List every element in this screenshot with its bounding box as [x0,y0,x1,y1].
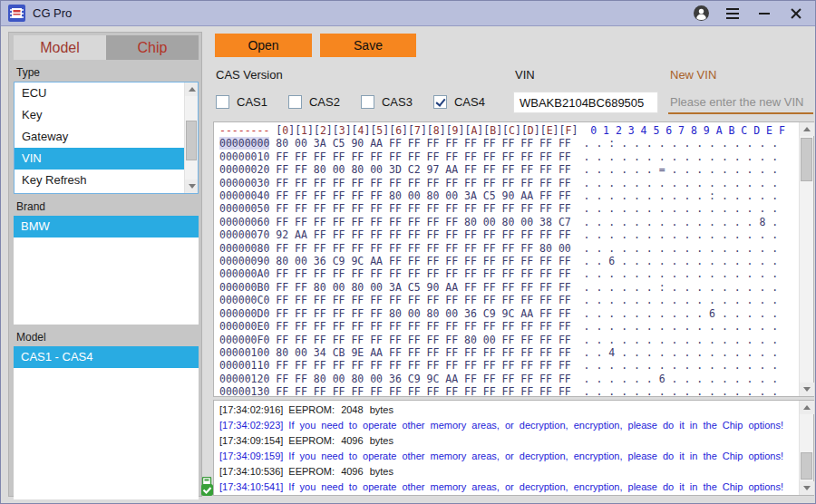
log-line: [17:34:10:536]EEPROM: 4096 bytes [219,464,797,480]
menu-icon[interactable] [724,5,741,22]
list-item-vin[interactable]: VIN [15,148,198,170]
titlebar: CG Pro [1,1,815,26]
scroll-thumb[interactable] [186,121,197,160]
log-line: [17:34:09:159]If you need to operate oth… [219,449,797,464]
checkbox-label: CAS3 [382,95,413,109]
hex-row[interactable]: 000000E0 FF FF FF FF FF FF FF FF FF FF F… [219,320,797,333]
log-message: EEPROM: 4096 bytes [288,435,393,446]
device-connected-icon [200,477,214,496]
new-vin-input[interactable] [668,92,813,114]
save-button[interactable]: Save [320,34,416,57]
titlebar-controls [693,5,808,22]
checkbox-label: CAS1 [237,95,267,109]
checkbox-option-cas4[interactable]: CAS4 [433,95,485,109]
hex-row[interactable]: 00000050 FF FF FF FF FF FF FF FF FF FF F… [219,202,797,215]
vin-label: VIN [515,68,535,82]
list-item-key[interactable]: Key [15,104,198,126]
log-timestamp: [17:34:10:536] [219,466,283,477]
log-line: [17:34:10:541]If you need to operate oth… [219,480,797,494]
hex-row[interactable]: 00000070 92 AA FF FF FF FF FF FF FF FF F… [219,228,797,241]
account-icon[interactable] [693,5,709,22]
new-vin-label: New VIN [670,68,716,82]
hex-row[interactable]: 00000060 FF FF FF FF FF FF FF FF FF FF 8… [219,216,797,228]
list-item-ecu[interactable]: ECU [15,82,198,104]
sidebar-tabs: Model Chip [9,33,201,60]
type-group-label: Type [16,66,201,79]
list-item-key-refresh[interactable]: Key Refresh [15,170,198,191]
scroll-up-icon[interactable] [800,401,814,414]
log-scrollbar[interactable] [799,401,813,495]
scroll-down-icon[interactable] [800,481,814,495]
checkbox-option-cas3[interactable]: CAS3 [361,95,413,109]
log-content: [17:34:02:916]EEPROM: 2048 bytes[17:34:0… [219,402,797,494]
log-timestamp: [17:34:09:154] [219,435,283,446]
log-panel: [17:34:02:916]EEPROM: 2048 bytes[17:34:0… [213,400,814,496]
hex-row[interactable]: 00000110 FF FF FF FF FF FF FF FF FF FF F… [219,359,797,372]
scroll-thumb[interactable] [801,452,812,480]
hex-row[interactable]: 00000040 FF FF FF FF FF FF 80 00 80 00 3… [219,189,797,202]
list-item-gateway[interactable]: Gateway [15,126,198,148]
checkbox-icon[interactable] [361,95,374,109]
checkbox-checked-icon[interactable] [433,95,447,109]
type-listbox: ECUKeyGatewayVINKey Refresh [14,82,199,194]
model-group-label: Model [16,331,201,344]
hex-row[interactable]: 00000090 80 00 36 C9 9C AA FF FF FF FF F… [219,255,797,267]
checkbox-option-cas2[interactable]: CAS2 [288,95,340,109]
close-button[interactable] [788,5,804,22]
vin-input[interactable] [513,92,658,113]
brand-group-label: Brand [16,200,201,213]
open-button[interactable]: Open [215,34,312,57]
checkbox-icon[interactable] [288,95,302,109]
cas-version-label: CAS Version [216,68,283,82]
log-timestamp: [17:34:02:916] [219,404,283,415]
scroll-down-icon[interactable] [185,179,199,193]
scroll-down-icon[interactable] [800,383,814,396]
checkbox-icon[interactable] [216,95,229,109]
list-item-bmw[interactable]: BMW [14,216,199,237]
brand-listbox: BMW [14,216,199,325]
hex-row[interactable]: 000000C0 FF FF FF FF FF FF FF FF FF FF F… [219,294,797,306]
log-timestamp: [17:34:10:541] [219,481,283,492]
log-message: If you need to operate other memory area… [288,451,783,461]
hex-row[interactable]: 000000A0 FF FF FF FF FF FF FF FF FF FF F… [219,267,797,280]
hex-scrollbar[interactable] [799,122,813,396]
hex-row[interactable]: 000000B0 FF FF 80 00 80 00 3A C5 90 AA F… [219,281,797,294]
tab-model[interactable]: Model [14,35,106,60]
log-timestamp: [17:34:09:159] [219,451,283,461]
scroll-up-icon[interactable] [185,82,199,96]
sidebar: Model Chip Type ECUKeyGatewayVINKey Refr… [8,32,202,497]
hex-row[interactable]: 00000080 FF FF FF FF FF FF FF FF FF FF F… [219,242,797,255]
hex-row[interactable]: 00000020 FF FF 80 00 80 00 3D C2 97 AA F… [219,163,797,176]
scroll-up-icon[interactable] [800,122,814,136]
log-message: EEPROM: 4096 bytes [288,466,393,477]
log-message: If you need to operate other memory area… [288,420,783,431]
hex-row[interactable]: 00000100 80 00 34 CB 9E AA FF FF FF FF F… [219,346,797,359]
log-line: [17:34:09:154]EEPROM: 4096 bytes [219,433,797,449]
hex-row[interactable]: 00000120 FF FF 80 00 80 00 36 C9 9C AA F… [219,373,797,385]
cas-options: CAS1CAS2CAS3CAS4 [216,95,485,109]
scroll-thumb[interactable] [801,138,812,181]
log-line: [17:34:02:916]EEPROM: 2048 bytes [219,402,797,418]
checkbox-option-cas1[interactable]: CAS1 [216,95,267,109]
window-title: CG Pro [33,6,72,20]
app-window: CG Pro Model Chip Type [0,0,816,504]
list-item-cas1-cas4[interactable]: CAS1 - CAS4 [14,346,199,368]
checkbox-label: CAS4 [454,95,485,109]
hex-row[interactable]: 00000010 FF FF FF FF FF FF FF FF FF FF F… [219,150,797,163]
hex-header-row: -------- [0][1][2][3][4][5][6][7][8][9][… [219,124,797,137]
model-listbox: CAS1 - CAS4 [14,346,199,499]
hex-viewer: -------- [0][1][2][3][4][5][6][7][8][9][… [213,121,814,397]
tab-chip[interactable]: Chip [106,35,199,60]
checkbox-label: CAS2 [309,95,340,109]
log-message: If you need to operate other memory area… [288,481,783,492]
hex-content[interactable]: -------- [0][1][2][3][4][5][6][7][8][9][… [219,124,797,395]
hex-row[interactable]: 00000130 FF FF FF FF FF FF FF FF FF FF F… [219,385,797,395]
log-timestamp: [17:34:02:923] [219,420,283,431]
app-logo-icon [8,5,25,22]
type-list-scrollbar[interactable] [184,82,198,193]
hex-row[interactable]: 000000F0 FF FF FF FF FF FF FF FF FF FF 8… [219,334,797,346]
hex-row[interactable]: 00000000 80 00 3A C5 90 AA FF FF FF FF F… [219,137,797,150]
minimize-button[interactable] [756,5,772,22]
hex-row[interactable]: 000000D0 FF FF FF FF FF FF 80 00 80 00 3… [219,307,797,320]
hex-row[interactable]: 00000030 FF FF FF FF FF FF FF FF FF FF F… [219,177,797,189]
